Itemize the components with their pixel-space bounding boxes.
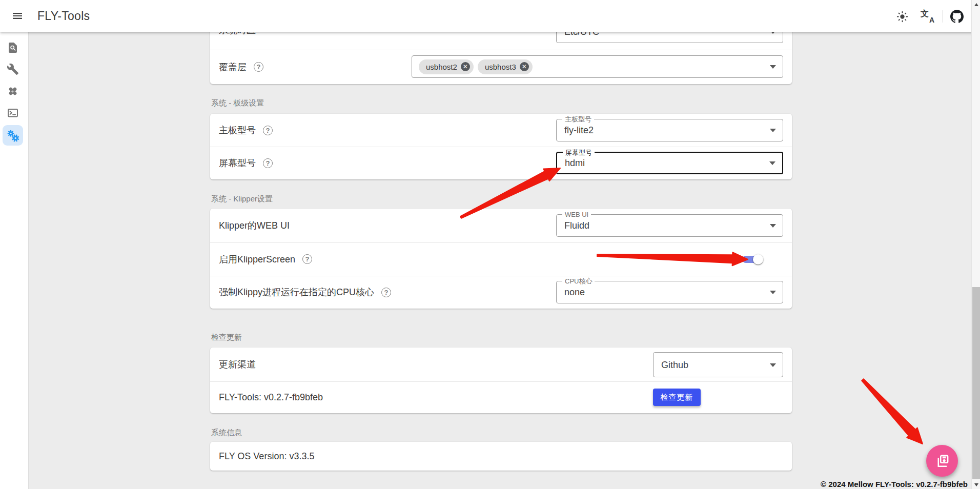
cpu-core-select-label: CPU核心 [562,277,595,286]
overlays-label: 覆盖层 [219,61,247,73]
divider [210,50,792,50]
chevron-down-icon [770,129,776,132]
current-version-label: FLY-Tools: v0.2.7-fb9bfeb [219,392,323,403]
terminal-icon [7,107,19,119]
sidebar-item-settings[interactable] [3,125,23,146]
chevron-down-icon [769,161,775,165]
update-channel-select[interactable]: Github [653,352,783,377]
scrollbar-down-arrow[interactable] [972,480,980,489]
brightness-icon [896,10,909,23]
help-icon[interactable]: ? [263,158,273,168]
web-ui-select-value: Fluidd [564,220,589,231]
row-cpu-core: 强制Klippy进程运行在指定的CPU核心 ? [219,276,391,309]
overlays-combobox[interactable]: usbhost2 ✕ usbhost3 ✕ [412,55,783,78]
card-board-settings: 主板型号 ? 主板型号 fly-lite2 屏幕型号 ? 屏幕型号 hdmi [210,114,792,179]
screen-model-select[interactable]: 屏幕型号 hdmi [556,152,783,174]
klipperscreen-label: 启用KlipperScreen [219,253,295,266]
cpu-core-select[interactable]: CPU核心 none [556,281,783,303]
cpu-core-label: 强制Klippy进程运行在指定的CPU核心 [219,286,374,298]
section-title-board: 系统 - 板级设置 [211,98,264,108]
settings-gears-icon [6,129,20,142]
save-all-fab[interactable] [926,445,958,477]
github-link[interactable] [946,5,968,28]
divider [210,147,792,147]
github-icon [950,10,964,23]
row-os-version: FLY OS Version: v3.3.5 [219,442,314,471]
card-klipper-settings: Klipper的WEB UI WEB UI Fluidd 启用KlipperSc… [210,209,792,309]
help-icon[interactable]: ? [381,288,391,297]
hamburger-icon [11,10,24,22]
footer-copyright: © 2024 Mellow FLY-Tools: v0.2.7-fb9bfeb [821,480,968,488]
screen-model-select-value: hdmi [565,158,585,169]
sidebar [0,32,29,489]
chevron-down-icon [770,65,776,69]
row-board-model: 主板型号 ? [219,114,273,147]
board-model-select[interactable]: 主板型号 fly-lite2 [556,119,783,141]
screen-model-label: 屏幕型号 [219,157,256,169]
row-current-version: FLY-Tools: v0.2.7-fb9bfeb [219,381,323,413]
os-version-text: FLY OS Version: v3.3.5 [219,451,314,462]
check-update-button[interactable]: 检查更新 [653,389,701,406]
wrench-icon [7,63,19,75]
chip-usbhost2[interactable]: usbhost2 ✕ [419,59,474,74]
scrollbar-up-arrow[interactable] [972,0,980,9]
menu-button[interactable] [6,5,29,27]
theme-toggle-button[interactable] [891,5,913,28]
row-update-channel: 更新渠道 [219,348,256,381]
cpu-core-select-value: none [564,287,585,298]
section-title-updates: 检查更新 [211,333,242,342]
appbar-divider [943,10,943,23]
web-ui-label: Klipper的WEB UI [219,219,290,232]
scrollbar-thumb[interactable] [972,287,980,479]
row-overlays: 覆盖层 ? [219,50,263,84]
chip-remove-icon[interactable]: ✕ [461,62,470,71]
chevron-down-icon [770,363,776,367]
web-ui-select[interactable]: WEB UI Fluidd [556,214,783,237]
triangle-down-icon [974,483,978,486]
fly-tools-settings-page: 系统时区 Etc/UTC 覆盖层 ? usbhost2 ✕ usbhost3 ✕… [0,0,980,489]
sidebar-item-repair[interactable] [3,81,23,101]
chevron-down-icon [770,224,776,228]
help-icon[interactable]: ? [263,126,273,135]
language-button[interactable]: 文A [916,5,939,28]
update-channel-select-value: Github [661,359,688,370]
file-search-icon [7,42,19,54]
board-model-label: 主板型号 [219,124,256,136]
bandage-icon [7,85,19,97]
chip-label: usbhost3 [485,63,516,71]
app-title: FLY-Tools [37,9,90,23]
translate-icon: 文A [921,10,935,23]
chip-label: usbhost2 [426,63,457,71]
row-screen-model: 屏幕型号 ? [219,147,273,179]
save-all-icon [935,454,950,468]
appbar: FLY-Tools 文A [0,0,980,32]
triangle-up-icon [974,3,978,6]
board-model-select-value: fly-lite2 [564,125,594,136]
sidebar-item-file-search[interactable] [3,37,23,58]
chevron-down-icon [770,291,776,294]
card-system-info: FLY OS Version: v3.3.5 [210,442,792,471]
web-ui-select-label: WEB UI [562,210,591,219]
help-icon[interactable]: ? [302,254,312,264]
chip-usbhost3[interactable]: usbhost3 ✕ [478,59,533,74]
sidebar-item-tools[interactable] [3,59,23,79]
scrollbar[interactable] [971,0,980,489]
section-title-sysinfo: 系统信息 [211,428,242,437]
card-update: 更新渠道 Github FLY-Tools: v0.2.7-fb9bfeb 检查… [210,348,792,413]
screen-model-select-label: 屏幕型号 [563,148,595,157]
chip-remove-icon[interactable]: ✕ [520,62,529,71]
board-model-select-label: 主板型号 [562,115,594,124]
row-klipperscreen: 启用KlipperScreen ? [219,242,312,276]
section-title-klipper: 系统 - Klipper设置 [211,194,273,203]
arrow-to-fab [862,379,923,444]
row-web-ui: Klipper的WEB UI [219,209,290,242]
help-icon[interactable]: ? [254,62,263,72]
toggle-thumb[interactable] [753,254,763,264]
update-channel-label: 更新渠道 [219,358,256,371]
sidebar-item-terminal[interactable] [3,103,23,123]
